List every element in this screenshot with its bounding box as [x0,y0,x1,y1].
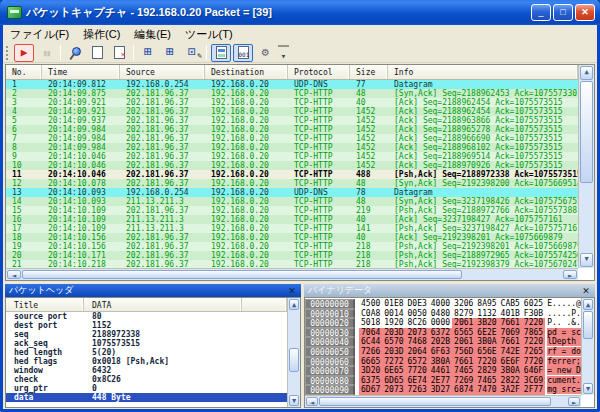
binary-view-button[interactable] [233,44,253,62]
hex-offset[interactable]: 00000000 [305,299,355,309]
packet-row[interactable]: 1620:14:10.109211.13.211.3192.168.0.20TC… [6,215,578,224]
hex-row[interactable]: 00000010C0A800140050048082791132401BF30B… [305,309,581,319]
hex-offset[interactable]: 00000040 [305,337,355,347]
packet-row[interactable]: 1820:14:10.156202.181.96.37192.168.0.20T… [6,233,578,242]
packet-row[interactable]: 120:14:09.812192.168.0.254192.168.0.20UD… [6,80,578,89]
column-layout-button[interactable] [160,44,180,62]
scroll-left-icon[interactable]: ◄ [306,397,318,406]
packet-header-view-button[interactable] [211,44,231,62]
binary-hscrollbar[interactable]: ◄ ► [305,395,581,407]
clear-capture-button[interactable] [109,44,129,62]
packet-row[interactable]: 1220:14:10.078202.181.96.37192.168.0.20T… [6,179,578,188]
header-field-row[interactable]: hed length5(20) [6,348,287,357]
header-column-data[interactable]: DATA [84,298,242,311]
pause-capture-button[interactable]: ▮▮ [36,44,56,62]
packet-row[interactable]: 520:14:09.937202.181.96.37192.168.0.20TC… [6,116,578,125]
edit-list-button[interactable] [182,44,202,62]
header-field-row[interactable]: data448 Byte [6,393,287,402]
packet-header-panel-titlebar[interactable]: パケットヘッダ ✕ [5,284,301,297]
scroll-up-icon[interactable]: ▲ [289,299,299,310]
start-capture-button[interactable]: ▶ [14,44,34,62]
packet-row[interactable]: 1720:14:10.109211.13.211.3192.168.0.20TC… [6,224,578,233]
packet-row[interactable]: 1020:14:10.046202.181.96.37192.168.0.20T… [6,161,578,170]
close-icon[interactable]: ✕ [287,286,297,296]
hex-offset[interactable]: 00000060 [305,357,355,367]
hex-row[interactable]: 0000008063756D656E742E777269746528223C69… [305,376,581,386]
title-bar[interactable]: パケットキャプチャ - 192.168.0.20 Packet = [39] _… [0,0,600,25]
toolbar-overflow-button[interactable] [278,45,289,61]
hex-row[interactable]: 000000906D67207372633D27687474703A2F2F77… [305,385,581,395]
hex-row[interactable]: 000000606665727265723B0A766172206E6F7720… [305,357,581,367]
scroll-left-icon[interactable]: ◄ [7,270,21,279]
hex-offset[interactable]: 00000070 [305,366,355,376]
packet-row[interactable]: 1520:14:10.109202.181.96.37192.168.0.20T… [6,206,578,215]
hex-row[interactable]: 000000703D206E6577204461746528293B0A646F… [305,366,581,376]
column-header-no[interactable]: No. [6,65,42,79]
vscroll-thumb[interactable] [289,348,299,372]
packet-row[interactable]: 1420:14:10.093211.13.211.3192.168.0.20TC… [6,197,578,206]
column-header-size[interactable]: Size [350,65,388,79]
packet-list-hscrollbar[interactable]: ◄ ► [6,268,578,280]
hex-offset[interactable]: 00000030 [305,328,355,338]
column-fit-button[interactable] [138,44,158,62]
binary-data-panel-titlebar[interactable]: バイナリデータ ✕ [304,284,595,297]
packet-row[interactable]: 220:14:09.875202.181.96.37192.168.0.20TC… [6,89,578,98]
scroll-right-icon[interactable]: ► [563,270,577,279]
header-field-row[interactable]: window6432 [6,366,287,375]
packet-row[interactable]: 320:14:09.921202.181.96.37192.168.0.20TC… [6,98,578,107]
maximize-button[interactable]: □ [553,4,573,21]
packet-header-vscrollbar[interactable]: ▲ ▼ [287,298,300,407]
header-field-row[interactable]: ack_seq1075573515 [6,339,287,348]
close-icon[interactable]: ✕ [581,286,591,296]
header-column-title[interactable]: Title [6,298,84,311]
hex-row[interactable]: 00000000450001E8D0E3400032068A95CAB56025… [305,299,581,309]
pin-button[interactable] [65,44,85,62]
settings-button[interactable] [255,44,275,62]
hscroll-thumb[interactable] [22,270,462,279]
vscroll-thumb[interactable] [583,311,593,339]
packet-row[interactable]: 1320:14:10.093192.168.0.254192.168.0.20U… [6,188,578,197]
hscroll-thumb[interactable] [319,397,551,406]
scroll-down-icon[interactable]: ▼ [289,395,299,406]
packet-row[interactable]: 820:14:09.984202.181.96.37192.168.0.20TC… [6,143,578,152]
packet-row[interactable]: 1120:14:10.046202.181.96.37192.168.0.20T… [6,170,578,179]
close-button[interactable]: ✕ [575,4,595,21]
hex-row[interactable]: 000000406C4465707468202B20613B0A76617220… [305,337,581,347]
menu-item-operation[interactable]: 操作(C) [76,25,127,44]
menu-item-tools[interactable]: ツール(T) [178,25,240,44]
packet-row[interactable]: 720:14:09.984202.181.96.37192.168.0.20TC… [6,134,578,143]
menu-item-file[interactable]: ファイル(F) [3,25,76,44]
header-field-row[interactable]: seq2188972338 [6,330,287,339]
packet-list-vscrollbar[interactable]: ▲ ▼ [578,65,594,268]
vscroll-thumb[interactable] [580,81,593,183]
column-header-info[interactable]: Info [388,65,578,79]
packet-row[interactable]: 1920:14:10.156202.181.96.37192.168.0.20T… [6,242,578,251]
hex-row[interactable]: 000000507266203D20646F63756D656E742E7265… [305,347,581,357]
hex-row[interactable]: 000000307064203D2073637265656E2E70697865… [305,328,581,338]
header-field-row[interactable]: source port80 [6,312,287,321]
scroll-right-icon[interactable]: ► [568,397,580,406]
minimize-button[interactable]: _ [531,4,551,21]
hex-offset[interactable]: 00000090 [305,385,355,395]
new-capture-button[interactable] [87,44,107,62]
header-field-row[interactable]: urg_ptr0 [6,384,287,393]
header-field-row[interactable]: hed flags0x0018 [Psh,Ack] [6,357,287,366]
column-header-time[interactable]: Time [42,65,120,79]
hex-offset[interactable]: 00000080 [305,376,355,386]
header-field-row[interactable]: check0x8C26 [6,375,287,384]
scroll-down-icon[interactable]: ▼ [583,383,593,394]
hex-row[interactable]: 00000020501819208C26000020613B2076617220… [305,318,581,328]
scroll-up-icon[interactable]: ▲ [580,66,593,80]
packet-row[interactable]: 920:14:10.046202.181.96.37192.168.0.20TC… [6,152,578,161]
hex-offset[interactable]: 00000020 [305,318,355,328]
binary-vscrollbar[interactable]: ▲ ▼ [581,298,594,395]
hex-offset[interactable]: 00000050 [305,347,355,357]
scroll-down-icon[interactable]: ▼ [580,253,593,267]
header-field-row[interactable]: dest port1152 [6,321,287,330]
packet-row[interactable]: 2020:14:10.171202.181.96.37192.168.0.20T… [6,251,578,260]
scroll-up-icon[interactable]: ▲ [583,299,593,310]
column-header-protocol[interactable]: Protocol [288,65,350,79]
packet-row[interactable]: 620:14:09.984202.181.96.37192.168.0.20TC… [6,125,578,134]
toolbar-grip[interactable] [6,46,10,60]
packet-row[interactable]: 420:14:09.921202.181.96.37192.168.0.20TC… [6,107,578,116]
